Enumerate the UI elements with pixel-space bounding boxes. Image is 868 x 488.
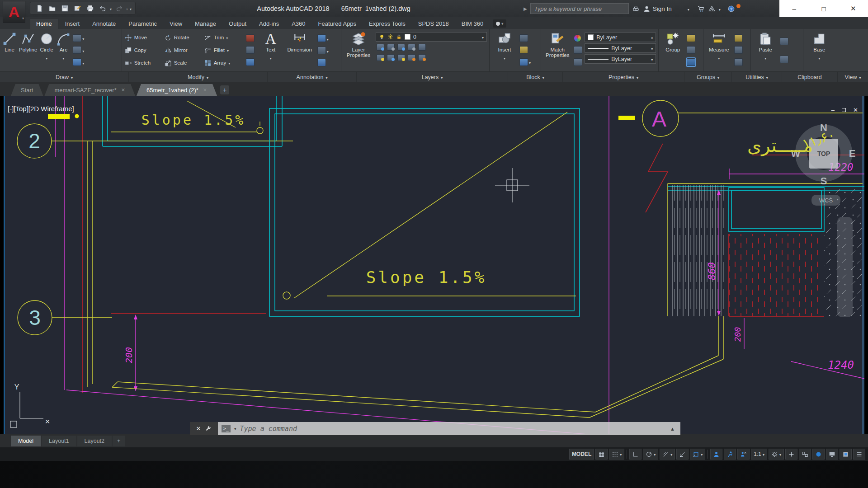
- viewcube-top-label[interactable]: TOP: [817, 150, 830, 157]
- panel-label-annotation[interactable]: Annotation: [268, 72, 357, 82]
- save-as-button[interactable]: [72, 3, 83, 14]
- save-button[interactable]: [59, 3, 70, 14]
- application-menu-button[interactable]: A ▾: [3, 1, 25, 23]
- open-file-button[interactable]: [47, 3, 57, 14]
- customization-icon[interactable]: [853, 449, 865, 460]
- new-drawing-tab-button[interactable]: +: [220, 85, 229, 94]
- polyline-tool[interactable]: Polyline: [19, 30, 37, 70]
- ellipse-tool-icon[interactable]: [73, 46, 81, 54]
- command-input[interactable]: [240, 425, 667, 433]
- define-attributes-icon[interactable]: [519, 58, 528, 66]
- panel-label-utilities[interactable]: Utilities: [732, 72, 782, 82]
- hatch-tool-icon[interactable]: [73, 58, 81, 66]
- viewport-minimize-icon[interactable]: –: [831, 107, 835, 113]
- snap-dropdown[interactable]: [620, 451, 622, 457]
- group-tool[interactable]: Group: [661, 30, 684, 70]
- tab-bim360[interactable]: BIM 360: [456, 19, 489, 29]
- isolate-objects-icon[interactable]: [840, 449, 852, 460]
- command-line[interactable]: ✕ >_ ▾ ▲: [190, 422, 680, 435]
- layout1-tab[interactable]: Layout1: [42, 436, 76, 446]
- tab-spds[interactable]: SPDS 2018: [412, 19, 455, 29]
- id-point-icon[interactable]: [734, 46, 743, 54]
- paste-tool[interactable]: Paste: [753, 30, 778, 70]
- offset-icon[interactable]: [246, 58, 255, 66]
- measure-tool[interactable]: Measure: [706, 30, 732, 70]
- redo-dropdown[interactable]: [126, 4, 128, 12]
- clean-screen-indicator[interactable]: [812, 449, 825, 460]
- panel-label-draw[interactable]: Draw: [0, 72, 129, 82]
- isodraft-dropdown[interactable]: [670, 451, 672, 457]
- search-icon[interactable]: [632, 5, 640, 13]
- annotation-scale-button[interactable]: 1:1: [751, 449, 767, 460]
- quick-calculator-icon[interactable]: [734, 58, 743, 66]
- ortho-mode-toggle[interactable]: [629, 449, 642, 460]
- tab-view[interactable]: View: [164, 19, 188, 29]
- block-dropdown[interactable]: [529, 58, 531, 66]
- media-icon[interactable]: ▾: [493, 19, 506, 28]
- qat-customize-dropdown[interactable]: [130, 4, 132, 12]
- insert-dropdown[interactable]: [504, 53, 505, 61]
- leader-dropdown[interactable]: [327, 47, 329, 55]
- trim-tool[interactable]: Trim: [204, 34, 244, 42]
- layer-off-icon[interactable]: [408, 44, 415, 51]
- point-style-icon[interactable]: [734, 34, 743, 42]
- tab-annotate[interactable]: Annotate: [86, 19, 122, 29]
- circle-tool[interactable]: Circle: [39, 30, 54, 70]
- scale-dropdown[interactable]: [763, 451, 764, 457]
- sign-in-dropdown[interactable]: [688, 5, 689, 13]
- copy-clip-icon[interactable]: [780, 56, 788, 63]
- group-edit-icon[interactable]: [687, 46, 695, 54]
- move-tool[interactable]: Move: [124, 34, 164, 42]
- rectangle-dropdown[interactable]: [82, 34, 84, 42]
- app-store-cart-icon[interactable]: [697, 5, 705, 13]
- arc-tool[interactable]: Arc: [56, 30, 71, 70]
- isodraft-toggle[interactable]: [660, 449, 675, 460]
- undo-dropdown[interactable]: [110, 4, 112, 12]
- linear-dimension-icon[interactable]: [317, 34, 326, 42]
- a360-share-icon[interactable]: [708, 5, 716, 13]
- annotation-scale-people-icon[interactable]: [737, 449, 750, 460]
- arc-dropdown[interactable]: [62, 53, 64, 61]
- text-tool[interactable]: AText: [259, 30, 282, 70]
- cut-scissors-icon[interactable]: [780, 38, 788, 45]
- plot-button[interactable]: [85, 3, 95, 14]
- close-tab-icon[interactable]: ✕: [203, 87, 207, 93]
- layer-freeze-icon[interactable]: [397, 44, 405, 51]
- tab-featured-apps[interactable]: Featured Apps: [312, 19, 363, 29]
- lineweight-icon[interactable]: [574, 46, 582, 54]
- tab-output[interactable]: Output: [223, 19, 252, 29]
- sign-in-button[interactable]: Sign In: [643, 5, 672, 13]
- file-tab-memari[interactable]: memari-SAZE_recover*✕: [44, 84, 135, 96]
- polar-tracking-toggle[interactable]: [643, 449, 658, 460]
- table-icon[interactable]: [317, 59, 326, 66]
- color-wheel-icon[interactable]: [574, 34, 581, 42]
- file-tab-65metr[interactable]: 65metr_1vahed (2)*✕: [137, 84, 217, 96]
- workspace-switching-gear[interactable]: [769, 449, 784, 460]
- layout2-tab[interactable]: Layout2: [77, 436, 112, 446]
- object-snap-dropdown[interactable]: [701, 451, 703, 457]
- viewcube-south[interactable]: S: [821, 175, 827, 187]
- drawing-canvas[interactable]: .s-y{stroke:var(--cad_yellow);stroke-wid…: [4, 96, 864, 434]
- layer-properties-tool[interactable]: Layer Properties: [344, 30, 373, 70]
- create-block-icon[interactable]: [519, 46, 528, 54]
- array-tool[interactable]: Array: [204, 59, 244, 67]
- paste-dropdown[interactable]: [764, 53, 766, 61]
- tab-home[interactable]: Home: [30, 18, 58, 29]
- hatch-dropdown[interactable]: [82, 58, 84, 66]
- autoscale-toggle[interactable]: [724, 449, 736, 460]
- add-layout-button[interactable]: +: [113, 436, 125, 446]
- layer-previous-icon[interactable]: [397, 54, 405, 61]
- layer-unisolate-icon[interactable]: [387, 44, 395, 51]
- tab-parametric[interactable]: Parametric: [123, 19, 163, 29]
- command-line-grip[interactable]: ✕: [190, 422, 218, 435]
- display-monitor-icon[interactable]: [826, 449, 838, 460]
- close-tab-icon[interactable]: ✕: [121, 87, 125, 93]
- customize-wrench-icon[interactable]: [205, 426, 212, 432]
- panel-label-properties[interactable]: Properties: [563, 72, 684, 82]
- tab-insert[interactable]: Insert: [59, 19, 86, 29]
- minimize-button[interactable]: –: [779, 0, 809, 17]
- layer-unlock-icon[interactable]: [408, 54, 415, 61]
- annotation-monitor-plus[interactable]: [785, 449, 797, 460]
- array-dropdown[interactable]: [228, 60, 230, 66]
- redo-button[interactable]: [113, 3, 124, 14]
